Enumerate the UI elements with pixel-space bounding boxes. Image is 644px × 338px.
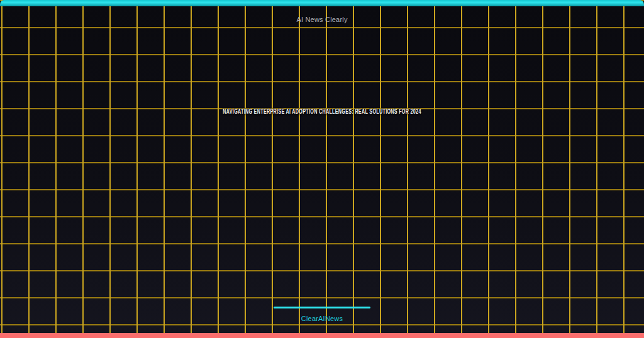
bottom-accent-bar — [0, 333, 644, 338]
top-accent-bar — [0, 0, 644, 6]
thumbnail-canvas: AI News Clearly NAVIGATING ENTERPRISE AI… — [0, 0, 644, 338]
header-brand: AI News Clearly — [0, 16, 644, 23]
footer-brand: ClearAINews — [0, 315, 644, 322]
page-title-text: NAVIGATING ENTERPRISE AI ADOPTION CHALLE… — [223, 107, 421, 116]
footer-divider — [274, 307, 370, 308]
page-title: NAVIGATING ENTERPRISE AI ADOPTION CHALLE… — [0, 107, 644, 116]
